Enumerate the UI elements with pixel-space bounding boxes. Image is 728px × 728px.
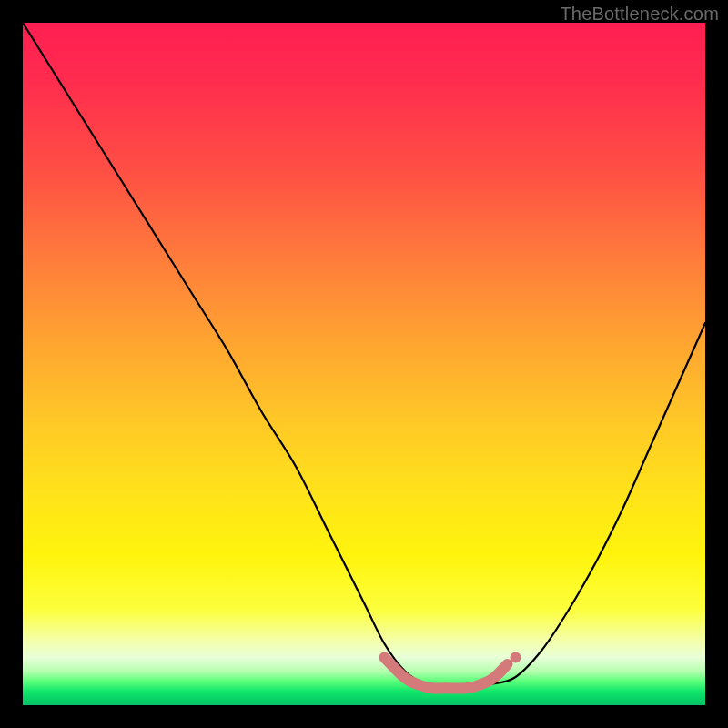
gradient-background xyxy=(23,23,705,705)
watermark-text: TheBottleneck.com xyxy=(560,4,719,25)
chart-frame: TheBottleneck.com xyxy=(0,0,728,728)
